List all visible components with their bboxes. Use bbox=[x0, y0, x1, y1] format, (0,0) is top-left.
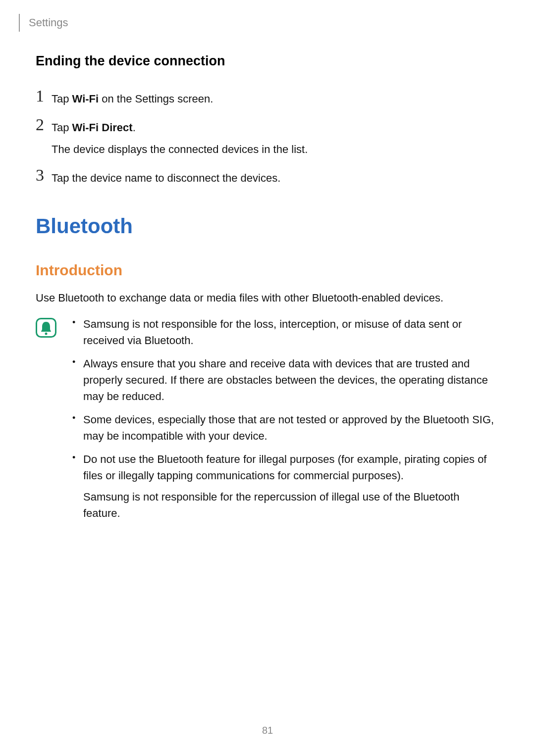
intro-paragraph: Use Bluetooth to exchange data or media … bbox=[36, 290, 499, 306]
step-1: 1 Tap Wi-Fi on the Settings screen. bbox=[36, 88, 499, 107]
header-rule bbox=[19, 14, 20, 32]
heading-bluetooth: Bluetooth bbox=[36, 214, 499, 238]
page-header: Settings bbox=[19, 14, 68, 32]
text: Tap the device name to disconnect the de… bbox=[52, 172, 280, 184]
text-bold: Wi-Fi bbox=[72, 93, 99, 105]
breadcrumb: Settings bbox=[29, 16, 68, 29]
page-number: 81 bbox=[0, 725, 535, 736]
bell-icon bbox=[36, 318, 56, 338]
text: . bbox=[133, 121, 136, 134]
step-number: 1 bbox=[36, 88, 52, 104]
step-text: Tap the device name to disconnect the de… bbox=[52, 167, 280, 187]
step-number: 2 bbox=[36, 116, 52, 133]
notice-item: Do not use the Bluetooth feature for ill… bbox=[71, 451, 499, 521]
text: Samsung is not responsible for the reper… bbox=[83, 489, 499, 521]
step-2: 2 Tap Wi-Fi Direct. The device displays … bbox=[36, 116, 499, 158]
step-text: Tap Wi-Fi on the Settings screen. bbox=[52, 88, 213, 107]
text: Do not use the Bluetooth feature for ill… bbox=[83, 453, 486, 482]
step-text: Tap Wi-Fi Direct. The device displays th… bbox=[52, 116, 308, 158]
svg-point-1 bbox=[45, 333, 48, 335]
step-3: 3 Tap the device name to disconnect the … bbox=[36, 167, 499, 187]
text: Always ensure that you share and receive… bbox=[83, 357, 488, 403]
notice-list: Samsung is not responsible for the loss,… bbox=[71, 316, 499, 528]
text: Some devices, especially those that are … bbox=[83, 413, 494, 442]
text: on the Settings screen. bbox=[99, 93, 213, 105]
step-subtext: The device displays the connected device… bbox=[52, 141, 308, 158]
text: Samsung is not responsible for the loss,… bbox=[83, 318, 462, 347]
page-content: Ending the device connection 1 Tap Wi-Fi… bbox=[36, 50, 499, 528]
text: Tap bbox=[52, 121, 72, 134]
notice-item: Always ensure that you share and receive… bbox=[71, 355, 499, 404]
notice-block: Samsung is not responsible for the loss,… bbox=[36, 316, 499, 528]
text-bold: Wi-Fi Direct bbox=[72, 121, 133, 134]
section-heading-ending: Ending the device connection bbox=[36, 53, 499, 69]
heading-introduction: Introduction bbox=[36, 262, 499, 279]
step-number: 3 bbox=[36, 167, 52, 184]
notice-item: Samsung is not responsible for the loss,… bbox=[71, 316, 499, 349]
text: Tap bbox=[52, 93, 72, 105]
notice-item: Some devices, especially those that are … bbox=[71, 411, 499, 444]
